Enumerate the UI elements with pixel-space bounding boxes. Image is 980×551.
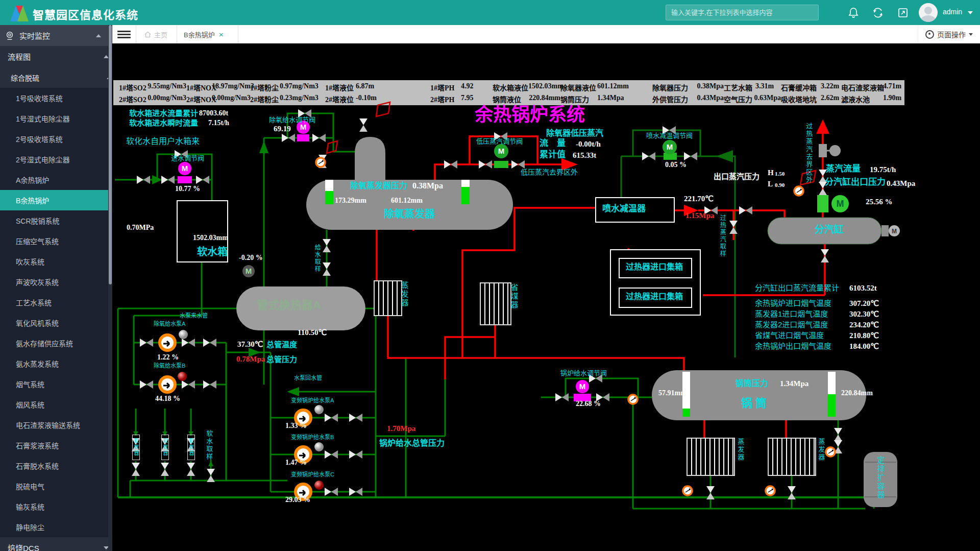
- superheater-header-label: 过热器进口集箱: [626, 292, 683, 301]
- temp-label: 余热锅炉进口烟气温度: [755, 299, 831, 308]
- header-total-value: 6103.52t: [849, 284, 877, 293]
- svg-text:M: M: [498, 147, 505, 155]
- manifold-temp-value: 37.30℃: [237, 340, 263, 349]
- deaerator-pressure-label: 除氧蒸发器压力: [350, 181, 407, 190]
- deaerator-pump-percent: 44.18 %: [155, 395, 180, 402]
- spray-valve-percent: 0.05 %: [665, 161, 687, 169]
- pump-inlet-line-label: 水泵来水管: [180, 313, 208, 319]
- temp-label: 蒸发器2进口烟气温度: [755, 321, 828, 329]
- bottom-evaporator-label: 蒸发器: [817, 438, 824, 461]
- lp-valve-label: 低压蒸汽调节阀: [476, 138, 523, 145]
- feed-press-value: 1.70Mpa: [387, 424, 415, 433]
- inlet-valve-label: 进水调节阀: [171, 155, 204, 162]
- lp-flow-value: -0.00t/h: [576, 140, 601, 149]
- header-total-label: 分汽缸出口蒸汽流量累计: [755, 284, 839, 293]
- svg-text:M: M: [579, 382, 586, 391]
- evaporator-box: [374, 280, 402, 316]
- deaerator-valve-value: 69.19: [274, 125, 291, 133]
- pressure-transmitter-icon: [819, 144, 841, 157]
- feed-pump-percent: 29.03 %: [285, 496, 310, 504]
- main-valve-percent: 25.56 %: [866, 198, 893, 206]
- temp-value: 184.00℃: [849, 342, 879, 351]
- manifold-press-label: 总管压力: [266, 355, 297, 364]
- lp-total-label: 累计值: [540, 150, 566, 160]
- softwater-total-value: 87003.60t: [199, 109, 228, 117]
- deaerator-dome: [355, 137, 385, 180]
- desuperheater-temp: 221.70℃: [684, 195, 714, 203]
- deaerator-level-right: 601.12mm: [391, 197, 423, 204]
- desuperheater-label: 喷水减温器: [602, 204, 646, 214]
- bottom-evaporator-box-1: [687, 438, 735, 476]
- pipe-network: M M M M M M M M: [0, 0, 980, 551]
- temp-value: 307.20℃: [849, 299, 879, 308]
- softwater-level: 1502.03mm: [193, 234, 228, 242]
- outlet-press-label: 出口蒸汽压力: [714, 173, 760, 181]
- svg-text:M: M: [892, 228, 897, 235]
- deaerator-valve-label: 除氧给水调节阀: [269, 116, 315, 124]
- feed-pump-label: 变频锅炉给水泵C: [291, 471, 334, 477]
- deaerator-pump-percent: 1.22 %: [157, 353, 179, 361]
- sampler-box: 取样器: [161, 435, 169, 460]
- deaerator-pump-label: 除氧给水泵B: [154, 363, 185, 369]
- soft-water-sample-label: 软水取样: [205, 430, 212, 461]
- feed-pump-percent: 1.47 %: [285, 459, 307, 466]
- superheat-sample-label: 过热蒸汽取样: [719, 214, 725, 257]
- heat-exchanger-label: 管式换热器A: [257, 299, 321, 312]
- svg-text:M: M: [300, 123, 307, 131]
- header-outlet-press-label: 分汽缸出口压力: [825, 178, 886, 187]
- steam-flow-value: 19.75t/h: [870, 165, 896, 174]
- lp-total-value: 615.33t: [573, 151, 596, 160]
- app-window: 智慧园区信息化系统 admin 实时监控 流程图 综合脱硫 1号吸收塔系统 1号…: [0, 0, 980, 551]
- deaerator-pressure-value: 0.38Mpa: [412, 181, 443, 190]
- manifold-press-value: 0.78Mpa: [236, 355, 265, 364]
- drum-label: 锅 筒: [741, 397, 767, 410]
- temp-label: 蒸发器1进口烟气温度: [755, 310, 828, 319]
- drum-level-right: 220.84mm: [841, 389, 873, 397]
- high-limit-value: 1.50: [775, 171, 785, 177]
- sampler-box: 取样器: [187, 435, 195, 460]
- drum-level-left: 57.91mm: [658, 389, 687, 397]
- inlet-valve-percent: 10.77 %: [175, 185, 200, 193]
- high-limit-letter: H: [768, 169, 774, 177]
- steam-flow-label: 蒸汽流量: [826, 164, 861, 174]
- temp-value: 302.30℃: [849, 310, 879, 319]
- main-steam-region-label: 过热蒸汽去界区外: [805, 123, 812, 184]
- economizer-box: [480, 282, 511, 325]
- drum-press-label: 锅筒压力: [736, 379, 768, 388]
- temp-label: 省煤气进口烟气温度: [755, 331, 824, 340]
- lp-out-label: 低压蒸汽去界区外: [521, 169, 578, 176]
- header-outlet-press-value: 0.43Mpa: [887, 179, 915, 188]
- feedwater-sample-label: 给水取样: [313, 244, 320, 273]
- bottom-evaporator-label: 蒸发器: [737, 438, 744, 461]
- spray-valve-label: 喷水减温调节阀: [646, 132, 693, 139]
- deaerator-pump-label: 除氧给水泵A: [154, 321, 185, 327]
- softwater-pressure: 0.70MPa: [127, 224, 154, 231]
- feed-press-label: 锅炉给水总管压力: [379, 439, 445, 448]
- svg-text:M: M: [246, 267, 252, 275]
- deaerator-tank-label: 除氧蒸发器: [384, 208, 435, 220]
- temp-value: 210.80℃: [849, 331, 879, 340]
- feed-valve-percent: 22.68 %: [576, 400, 601, 408]
- softwater-inst-label: 软水箱进水瞬时流量: [129, 119, 198, 128]
- softwater-tank-label: 软水箱: [197, 246, 228, 257]
- low-limit-value: 0.90: [775, 182, 785, 188]
- softwater-total-label: 软水箱进水流量累计: [129, 109, 198, 118]
- steam-header-label: 分汽缸: [815, 225, 844, 235]
- feed-pump-percent: 1.33 %: [285, 422, 307, 429]
- bottom-evaporator-box-2: [768, 438, 816, 476]
- drum-press-value: 1.34Mpa: [780, 379, 808, 388]
- softwater-inst-value: 7.15t/h: [208, 119, 229, 127]
- manifold-temp-label: 总管温度: [266, 341, 297, 349]
- heat-exchanger-temp: 110.50℃: [298, 328, 327, 337]
- sampler-box: 取样器: [132, 435, 140, 460]
- motor-valve-icons[interactable]: M M M M M M M M: [178, 121, 900, 393]
- pump-return-label: 水泵回水管: [294, 375, 322, 381]
- deaerator-level-left: 173.29mm: [335, 197, 366, 204]
- lp-flow-label: 流 量: [540, 139, 566, 149]
- deaerator-vessel: [306, 180, 513, 230]
- feed-valve-label: 锅炉给水调节阀: [560, 370, 607, 377]
- svg-text:M: M: [182, 164, 188, 173]
- lp-steam-header: 除氧器低压蒸汽: [546, 129, 603, 138]
- economizer-label: 省煤器: [509, 283, 518, 309]
- recirc-percent: -0.20 %: [239, 254, 263, 261]
